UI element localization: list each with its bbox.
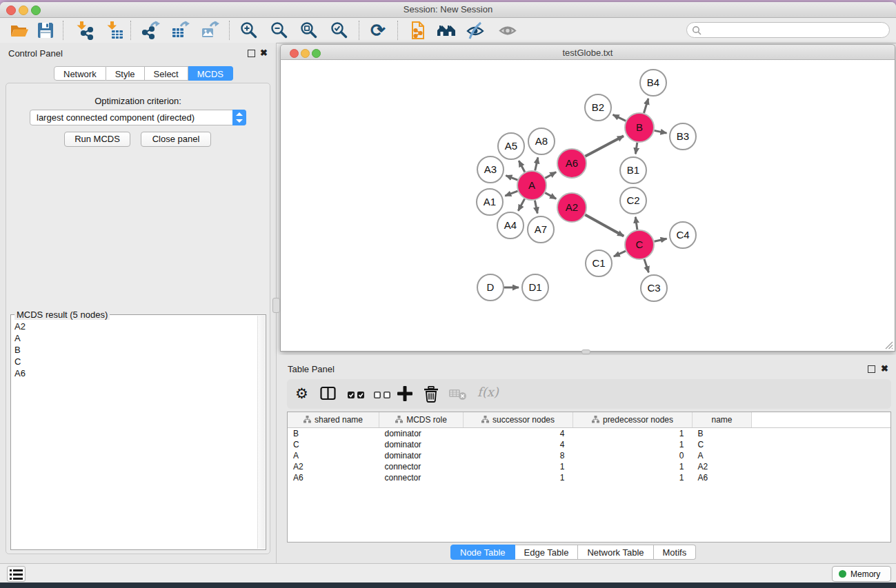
graph-edge-A-A2[interactable] <box>545 193 556 199</box>
zoom-in-icon[interactable] <box>239 21 259 40</box>
table-row[interactable]: A6connector11A6 <box>288 472 890 483</box>
mcds-result-item[interactable]: C <box>12 356 258 367</box>
graph-edge-A-A6[interactable] <box>545 172 556 179</box>
graph-edge-A-A7[interactable] <box>535 201 537 214</box>
graph-edge-C-C1[interactable] <box>614 251 626 256</box>
resize-grip-icon[interactable] <box>884 341 893 349</box>
table-row[interactable]: Bdominator41B <box>288 428 890 440</box>
vertical-splitter-handle[interactable] <box>272 298 280 313</box>
graph-node-A2[interactable]: A2 <box>557 193 586 222</box>
mcds-result-item[interactable]: A <box>12 332 258 344</box>
graph-node-A6[interactable]: A6 <box>557 149 586 178</box>
close-panel-icon[interactable]: ✖ <box>260 49 268 57</box>
graph-node-A7[interactable]: A7 <box>528 216 554 243</box>
graph-edge-C-C2[interactable] <box>635 217 637 230</box>
graph-edge-C-C4[interactable] <box>655 239 667 241</box>
zoom-selected-icon[interactable] <box>330 21 349 40</box>
task-history-button[interactable] <box>7 566 26 582</box>
home-layout-icon[interactable] <box>437 21 456 40</box>
graph-edge-A2-C[interactable] <box>585 215 624 236</box>
graph-node-A5[interactable]: A5 <box>498 133 524 159</box>
network-graph[interactable]: B4B2BB3A5A8A6B1A3AA1C2A2A4A7CC4C1C3DD1 <box>281 60 895 350</box>
table-row[interactable]: A2connector11A2 <box>288 461 890 472</box>
deselect-all-columns-icon[interactable] <box>374 389 392 402</box>
memory-button[interactable]: Memory <box>832 566 891 582</box>
graph-node-B[interactable]: B <box>625 113 654 142</box>
network-window-titlebar[interactable]: testGlobe.txt <box>280 44 895 60</box>
graph-node-A[interactable]: A <box>517 171 546 200</box>
graph-node-C[interactable]: C <box>625 230 654 259</box>
graph-edge-C-C3[interactable] <box>644 259 648 272</box>
column-header-shared-name[interactable]: shared name <box>288 412 379 428</box>
tab-node-table[interactable]: Node Table <box>450 545 515 560</box>
export-image-icon[interactable] <box>200 21 219 40</box>
table-settings-gear-icon[interactable]: ⚙ <box>295 385 308 402</box>
tab-style[interactable]: Style <box>106 66 145 81</box>
zoom-out-icon[interactable] <box>270 21 289 40</box>
mcds-result-item[interactable]: A6 <box>12 367 258 379</box>
graph-edge-B-B1[interactable] <box>635 143 637 154</box>
graph-edge-B-B4[interactable] <box>644 99 648 113</box>
graph-node-C4[interactable]: C4 <box>670 222 696 248</box>
graph-edge-A6-B[interactable] <box>585 136 624 156</box>
graph-node-C1[interactable]: C1 <box>586 250 612 276</box>
criterion-select[interactable]: largest connected component (directed) <box>30 110 246 125</box>
network-canvas[interactable]: B4B2BB3A5A8A6B1A3AA1C2A2A4A7CC4C1C3DD1 <box>280 60 895 352</box>
table-row[interactable]: Cdominator41C <box>288 439 890 450</box>
float-panel-icon[interactable] <box>868 365 875 373</box>
tab-network-table[interactable]: Network Table <box>578 545 653 560</box>
delete-column-trash-icon[interactable] <box>424 386 439 405</box>
open-session-icon[interactable] <box>10 21 29 40</box>
select-all-columns-icon[interactable] <box>348 389 366 402</box>
close-panel-button[interactable]: Close panel <box>141 132 211 147</box>
tab-mcds[interactable]: MCDS <box>188 66 233 81</box>
new-network-from-selection-icon[interactable] <box>408 21 428 40</box>
mcds-result-item[interactable]: A2 <box>12 321 258 332</box>
graph-node-B1[interactable]: B1 <box>620 157 646 183</box>
graph-node-B3[interactable]: B3 <box>670 123 696 150</box>
show-columns-icon[interactable] <box>320 386 337 404</box>
import-table-icon[interactable] <box>105 21 124 40</box>
graph-edge-B-B2[interactable] <box>613 114 626 121</box>
zoom-fit-icon[interactable] <box>299 21 319 40</box>
run-mcds-button[interactable]: Run MCDS <box>64 132 130 147</box>
graph-node-A3[interactable]: A3 <box>477 156 504 183</box>
column-header-name[interactable]: name <box>693 412 752 428</box>
tab-motifs[interactable]: Motifs <box>654 545 697 560</box>
graph-edge-A-A8[interactable] <box>535 157 538 170</box>
refresh-icon[interactable]: ⟳ <box>368 21 388 40</box>
create-column-plus-icon[interactable] <box>397 386 412 404</box>
table-row[interactable]: Adominator80A <box>288 450 890 461</box>
column-header-predecessor-nodes[interactable]: predecessor nodes <box>573 412 693 428</box>
graph-edge-B-B3[interactable] <box>655 130 667 133</box>
show-all-icon[interactable] <box>498 21 517 40</box>
scrollbar-track[interactable] <box>257 316 265 549</box>
tab-select[interactable]: Select <box>145 66 188 81</box>
float-panel-icon[interactable] <box>248 50 255 57</box>
graph-node-A8[interactable]: A8 <box>528 128 555 154</box>
close-panel-icon[interactable]: ✖ <box>881 365 888 372</box>
search-input[interactable] <box>686 22 890 38</box>
graph-edge-A-A1[interactable] <box>505 191 517 196</box>
graph-node-A1[interactable]: A1 <box>477 189 503 215</box>
graph-node-C2[interactable]: C2 <box>620 187 646 214</box>
horizontal-splitter-handle[interactable] <box>581 349 590 354</box>
import-network-icon[interactable] <box>74 21 94 40</box>
mcds-result-item[interactable]: B <box>12 344 258 356</box>
column-header-successor-nodes[interactable]: successor nodes <box>464 412 573 428</box>
graph-node-C3[interactable]: C3 <box>641 275 667 301</box>
graph-edge-A-A5[interactable] <box>519 161 525 172</box>
graph-node-B4[interactable]: B4 <box>640 70 666 96</box>
graph-node-B2[interactable]: B2 <box>585 94 611 121</box>
tab-network[interactable]: Network <box>54 66 106 81</box>
graph-node-D1[interactable]: D1 <box>522 274 548 301</box>
hide-selected-icon[interactable] <box>466 21 485 40</box>
export-table-icon[interactable] <box>170 21 190 40</box>
graph-edge-A-A4[interactable] <box>518 199 524 210</box>
column-header-mcds-role[interactable]: MCDS role <box>379 412 464 428</box>
save-session-icon[interactable] <box>36 21 55 40</box>
export-network-icon[interactable] <box>141 21 160 40</box>
tab-edge-table[interactable]: Edge Table <box>515 545 579 560</box>
graph-node-A4[interactable]: A4 <box>497 212 524 239</box>
graph-edge-A-A3[interactable] <box>506 176 517 181</box>
